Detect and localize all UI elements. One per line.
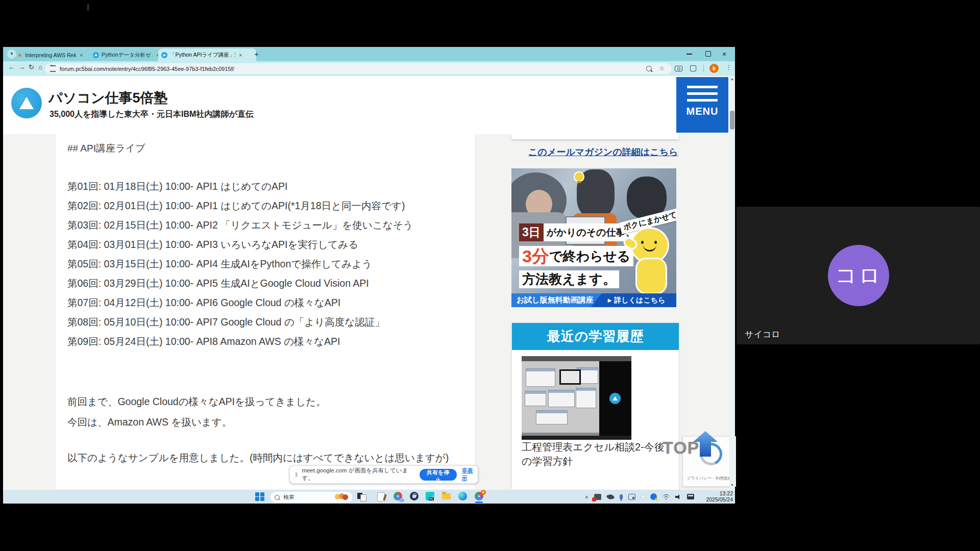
schedule-item: 第01回: 01月18日(土) 10:00- API1 はじめてのAPI <box>67 177 471 196</box>
clock-time: 13:22 <box>706 491 733 497</box>
zoom-icon[interactable] <box>646 66 652 71</box>
tab-close-icon[interactable]: × <box>80 52 83 58</box>
speaker-icon[interactable] <box>675 494 681 499</box>
camera-icon[interactable] <box>675 66 682 71</box>
hamburger-icon <box>687 86 718 102</box>
menu-label: MENU <box>676 106 728 117</box>
pyramid-icon <box>19 97 34 109</box>
paragraph: 今回は、Amazon AWS を扱います。 <box>67 412 471 432</box>
schedule-item: 第07回: 04月12日(土) 10:00- API6 Google Cloud… <box>67 293 471 312</box>
url-text[interactable]: forum.pc5bai.com/note/entry/4cc96f85-296… <box>60 66 234 72</box>
tune-icon[interactable] <box>50 65 56 72</box>
tab-label: Pythonデータ分析ゼミ ポータルトッ <box>102 52 153 59</box>
search-highlight-image <box>335 493 348 500</box>
article-paragraphs: 前回まで、Google Cloudの様々なAPIを扱ってきました。 今回は、Am… <box>67 391 471 432</box>
task-view-icon[interactable] <box>356 491 366 502</box>
site-favicon-icon <box>161 52 167 58</box>
schedule-item: 第02回: 02月01日(土) 10:00- API1 はじめてのAPI(*1月… <box>67 196 471 215</box>
wifi-icon[interactable] <box>663 494 670 499</box>
assistant-favicon-icon: ∗ <box>17 52 22 59</box>
stop-sharing-button[interactable]: 共有を停止 <box>420 469 457 481</box>
ad-footer-label: お試し版無料動画講座 <box>511 293 602 307</box>
article-heading: ## API講座ライブ <box>67 142 145 155</box>
profile-avatar[interactable]: k <box>709 64 719 73</box>
home-icon[interactable]: ⌂ <box>38 63 42 71</box>
schedule-item: 第05回: 03月15日(土) 10:00- API4 生成AIをPythonで… <box>67 254 471 273</box>
schedule-item: 第09回: 05月24日(土) 10:00- API8 Amazon AWS の… <box>67 332 471 351</box>
history-header: 最近の学習履歴 <box>512 323 679 350</box>
meet-stage: ▾ ∗ Interpreting AWS Rekognition × Pytho… <box>0 0 980 551</box>
play-icon: ▶ <box>608 297 612 303</box>
tab-api-live-course[interactable]: 「Python APIライブ講座」第9回は × <box>158 48 256 61</box>
mascot-character <box>632 229 668 262</box>
back-icon[interactable]: ← <box>8 63 15 71</box>
reload-icon[interactable]: ↻ <box>29 63 34 71</box>
overlay-close-icon[interactable]: × <box>641 493 645 500</box>
password-manager-icon[interactable] <box>409 491 420 502</box>
close-window-button[interactable]: × <box>722 50 726 58</box>
scrollbar-track[interactable] <box>729 76 735 489</box>
paragraph: 前回まで、Google Cloudの様々なAPIを扱ってきました。 <box>67 391 471 412</box>
new-tab-button[interactable]: + <box>254 49 259 58</box>
chrome-icon[interactable]: k <box>474 491 484 502</box>
video-thumbnail[interactable] <box>522 356 631 440</box>
schedule-item: 第04回: 03月01日(土) 10:00- API3 いろいろなAPIを実行し… <box>67 235 471 254</box>
scroll-down-icon[interactable]: ▼ <box>730 483 734 487</box>
site-logo[interactable] <box>11 88 42 118</box>
drive-sync-icon[interactable] <box>650 493 657 500</box>
taskbar-search[interactable]: 検索 <box>270 491 353 503</box>
participant-tile[interactable]: コロ サイコロ <box>737 207 980 344</box>
menu-kebab-icon[interactable]: ⋮ <box>726 64 732 71</box>
extensions-icon[interactable] <box>690 65 696 71</box>
schedule-item: 第03回: 02月15日(土) 10:00- API2 「リクエストモジュール」… <box>67 215 471 235</box>
edge-icon[interactable] <box>458 491 468 502</box>
site-subtitle: 35,000人を指導した東大卒・元日本IBM社内講師が直伝 <box>50 109 254 120</box>
clock-date: 2025/05/24 <box>706 497 733 503</box>
chrome-remote-icon[interactable] <box>393 491 403 502</box>
microphone-icon[interactable] <box>620 494 623 499</box>
video-caption[interactable]: 工程管理表エクセル相談2-今後の学習方針 <box>522 440 667 468</box>
search-placeholder: 検索 <box>283 493 295 501</box>
screenshot-icon[interactable] <box>628 494 635 500</box>
ad-catch-line2: 3分で終わらせる <box>519 246 633 266</box>
tab-close-icon[interactable]: × <box>239 52 242 58</box>
ad-catch-line3: 方法教えます。 <box>519 270 619 288</box>
paragraph: 以下のようなサンプルを用意しました。(時間内にはすべてできないとは思いますが) <box>67 448 479 467</box>
forward-icon[interactable]: → <box>18 63 25 71</box>
bookmark-star-icon[interactable]: ☆ <box>659 65 665 72</box>
notepad-icon[interactable] <box>376 491 386 502</box>
ad-footer[interactable]: お試し版無料動画講座 ▶詳しくはこちら <box>511 293 676 307</box>
pycharm-icon[interactable] <box>425 491 435 502</box>
tab-aws-rekognition[interactable]: ∗ Interpreting AWS Rekognition × <box>14 48 94 61</box>
ad-banner[interactable]: 3日 がかりのその仕事、 ボクにまかせて 3分で終わらせる 方法教えます。 お試… <box>511 168 676 307</box>
recaptcha-privacy-link[interactable]: プライバシー・利用規約 <box>683 475 736 481</box>
tray-chevron-icon[interactable]: ∧ <box>585 494 589 499</box>
address-bar[interactable]: forum.pc5bai.com/note/entry/4cc96f85-296… <box>45 63 672 74</box>
screen-share-banner: ‖ meet.google.com が画面を共有しています。 共有を停止 非表示 <box>289 465 478 484</box>
restore-button[interactable] <box>705 51 711 57</box>
minimize-button[interactable] <box>687 54 692 55</box>
tab-label: 「Python APIライブ講座」第9回は <box>170 52 235 59</box>
teams-notification-icon[interactable] <box>594 494 601 500</box>
back-to-top-button[interactable]: TOP <box>663 438 699 458</box>
schedule-item: 第06回: 03月29日(土) 10:00- API5 生成AIとGoogle … <box>67 273 471 293</box>
menu-button[interactable]: MENU <box>676 77 728 133</box>
drag-handle-icon[interactable]: ‖ <box>295 471 298 479</box>
toolbar-divider <box>703 65 704 72</box>
tab-python-seminar[interactable]: Pythonデータ分析ゼミ ポータルトッ × <box>90 48 163 61</box>
ad-footer-link[interactable]: 詳しくはこちら <box>614 296 665 305</box>
ime-keyboard-icon[interactable] <box>687 494 694 499</box>
schedule-list: 第01回: 01月18日(土) 10:00- API1 はじめてのAPI 第02… <box>67 177 471 351</box>
hide-banner-link[interactable]: 非表示 <box>462 467 478 482</box>
scrollbar-thumb[interactable] <box>730 111 734 130</box>
file-explorer-icon[interactable] <box>442 491 452 502</box>
scroll-up-icon[interactable]: ▲ <box>730 77 734 81</box>
taskbar: 検索 k ∧ × <box>3 489 735 504</box>
taskbar-clock[interactable]: 13:22 2025/05/24 <box>706 491 733 503</box>
start-button[interactable] <box>255 492 264 501</box>
magazine-detail-link[interactable]: このメールマガジンの詳細はこちら <box>528 146 678 158</box>
mascot-character <box>637 259 666 293</box>
site-title[interactable]: パソコン仕事5倍塾 <box>48 89 168 107</box>
site-favicon-icon <box>93 52 99 58</box>
tracking-leaf-icon[interactable] <box>606 493 614 500</box>
